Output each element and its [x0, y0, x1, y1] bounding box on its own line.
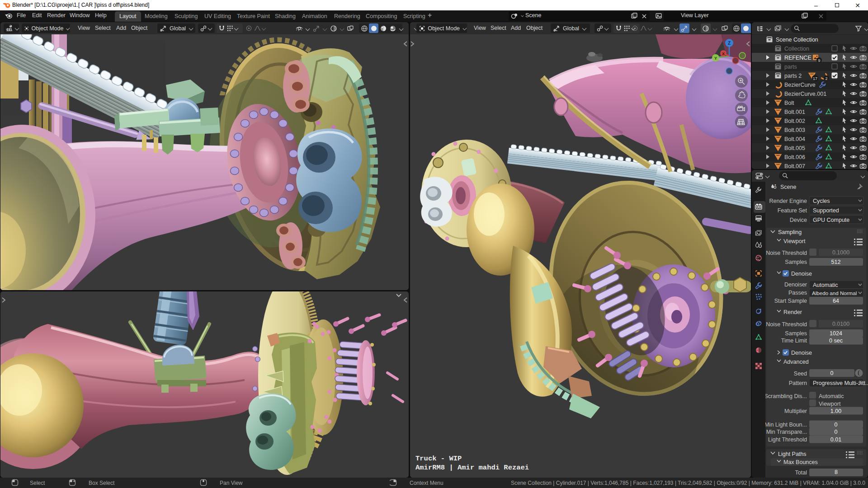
svg-text:Max Bounces: Max Bounces — [783, 459, 818, 465]
svg-text:0.0100: 0.0100 — [832, 321, 849, 327]
svg-text:Render: Render — [783, 309, 802, 315]
svg-text:Bolt.001: Bolt.001 — [784, 109, 805, 115]
svg-text:Denoiser: Denoiser — [784, 282, 807, 288]
svg-text:Scene Collection: Scene Collection — [776, 37, 818, 43]
svg-text:Cycles: Cycles — [813, 198, 830, 204]
svg-text:parts 2: parts 2 — [784, 73, 802, 79]
svg-text:2: 2 — [825, 76, 827, 81]
svg-text:Z: Z — [728, 41, 731, 46]
svg-text:Start Sample: Start Sample — [774, 298, 807, 304]
svg-text:Automatic: Automatic — [813, 282, 838, 288]
svg-text:Min Transpare...: Min Transpare... — [766, 429, 807, 435]
svg-text:Albedo and Normal: Albedo and Normal — [812, 290, 857, 296]
svg-text:9: 9 — [818, 58, 820, 63]
svg-text:Noise Threshold: Noise Threshold — [766, 250, 807, 256]
svg-text:1.00: 1.00 — [830, 408, 841, 414]
svg-text:Bolt.002: Bolt.002 — [784, 118, 805, 124]
svg-text:Samples: Samples — [785, 330, 807, 337]
svg-text:Pattern: Pattern — [789, 380, 807, 386]
svg-text:Viewport: Viewport — [819, 401, 841, 407]
svg-text:Sampling: Sampling — [778, 229, 802, 235]
svg-text:Bolt.006: Bolt.006 — [784, 154, 805, 160]
svg-text:0.01: 0.01 — [830, 436, 841, 443]
svg-text:Noise Threshold: Noise Threshold — [766, 321, 807, 328]
svg-text:Feature Set: Feature Set — [778, 207, 807, 214]
svg-text:0: 0 — [835, 422, 838, 428]
svg-text:Passes: Passes — [788, 290, 807, 296]
svg-text:parts: parts — [784, 64, 797, 70]
svg-text:GPU Compute: GPU Compute — [813, 217, 849, 223]
svg-text:0: 0 — [830, 370, 834, 376]
svg-text:Render Engine: Render Engine — [769, 198, 807, 204]
svg-text:1024: 1024 — [830, 330, 842, 337]
svg-text:Bolt: Bolt — [784, 100, 794, 106]
svg-text:Scrambling Dis...: Scrambling Dis... — [765, 393, 807, 399]
svg-text:Denoise: Denoise — [791, 271, 812, 277]
svg-text:512: 512 — [831, 259, 841, 265]
svg-text:Light Paths: Light Paths — [778, 451, 807, 457]
svg-text:X: X — [722, 52, 725, 56]
svg-text:Device: Device — [790, 217, 807, 223]
svg-text:Min Light Boun...: Min Light Boun... — [765, 422, 807, 428]
svg-text:Bolt.003: Bolt.003 — [784, 127, 805, 133]
svg-text:64: 64 — [833, 298, 839, 304]
svg-text:Collection: Collection — [784, 46, 809, 52]
svg-text:REFENCE: REFENCE — [784, 55, 811, 61]
svg-text:Viewport: Viewport — [783, 238, 806, 244]
svg-text:Samples: Samples — [785, 259, 807, 265]
svg-text:Bolt.004: Bolt.004 — [784, 136, 805, 142]
svg-text:Bolt.005: Bolt.005 — [784, 145, 805, 151]
svg-text:Seed: Seed — [794, 371, 807, 377]
svg-text:Truck - WIP: Truck - WIP — [415, 455, 462, 463]
svg-text:Automatic: Automatic — [819, 393, 844, 399]
svg-text:0: 0 — [835, 429, 838, 435]
svg-text:0 sec: 0 sec — [829, 338, 843, 344]
svg-text:Denoise: Denoise — [791, 350, 812, 356]
svg-text:Supported: Supported — [813, 207, 839, 214]
svg-text:17: 17 — [813, 76, 817, 81]
svg-text:Multiplier: Multiplier — [784, 408, 807, 414]
svg-text:Time Limit: Time Limit — [781, 338, 807, 344]
svg-text:Bolt.007: Bolt.007 — [784, 163, 805, 169]
svg-text:AmirRM8 | Amir mahdi Rezaei: AmirRM8 | Amir mahdi Rezaei — [415, 464, 529, 472]
svg-text:BezierCurve: BezierCurve — [784, 82, 816, 88]
svg-text:Y: Y — [714, 56, 717, 61]
svg-text:BezierCurve.001: BezierCurve.001 — [784, 91, 826, 97]
svg-text:Advanced: Advanced — [783, 359, 809, 365]
svg-text:0.1000: 0.1000 — [832, 249, 849, 256]
svg-text:Light Threshold: Light Threshold — [768, 436, 807, 443]
svg-text:Scene: Scene — [780, 184, 796, 190]
